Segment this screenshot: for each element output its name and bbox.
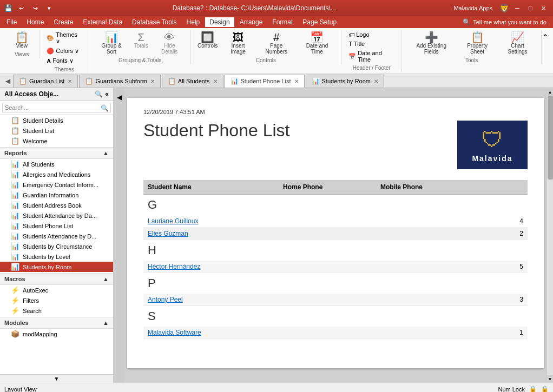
tabs-row: ◀ 📋 Guardian List ✕ 📋 Guardians Subform … bbox=[0, 74, 553, 88]
sidebar-item-welcome[interactable]: 📋 Welcome bbox=[0, 136, 113, 146]
table-row: Malavida Software 1 bbox=[143, 327, 528, 339]
menu-format[interactable]: Format bbox=[268, 17, 297, 27]
tab-student-phone-list-label: Student Phone List bbox=[241, 78, 291, 84]
sidebar-item-all-students[interactable]: 📊 All Students bbox=[0, 159, 113, 169]
sidebar-item-by-room[interactable]: 📊 Students by Room bbox=[0, 262, 113, 272]
colors-button[interactable]: 🔴 Colors ∨ bbox=[44, 46, 84, 56]
num-lock-label: Num Lock bbox=[498, 386, 525, 393]
date-time-hf-button[interactable]: 📅 Date and Time bbox=[346, 49, 397, 64]
minimize-button[interactable]: ─ bbox=[512, 3, 523, 14]
logo-button[interactable]: 🏷 Logo bbox=[346, 30, 397, 39]
sidebar-section-macros-toggle[interactable]: ▲ bbox=[103, 276, 109, 282]
sidebar-item-all-students-label: All Students bbox=[23, 161, 55, 168]
sidebar-item-mod-mapping[interactable]: 📦 modMapping bbox=[0, 329, 113, 339]
controls-button[interactable]: 🔲 Controls bbox=[195, 30, 220, 50]
insert-image-button[interactable]: 🖼 Insert Image bbox=[221, 30, 255, 56]
sidebar-search-toggle[interactable]: 🔍 bbox=[95, 90, 103, 98]
student-name-peel[interactable]: Antony Peel bbox=[148, 296, 283, 303]
sidebar-item-search[interactable]: ⚡ Search bbox=[0, 305, 113, 316]
menu-design[interactable]: Design bbox=[205, 17, 234, 27]
totals-button[interactable]: Σ Totals bbox=[130, 30, 152, 50]
sidebar: All Access Obje... 🔍 « 🔍 📋 Student Detai… bbox=[0, 88, 114, 383]
sidebar-section-macros: Macros ▲ bbox=[0, 273, 113, 285]
sidebar-item-student-list[interactable]: 📋 Student List bbox=[0, 125, 113, 136]
fonts-button[interactable]: A Fonts ∨ bbox=[44, 56, 84, 65]
quick-access-redo[interactable]: ↪ bbox=[30, 3, 41, 14]
home-phone-guilloux bbox=[283, 217, 380, 225]
mobile-phone-hernandez bbox=[380, 263, 489, 270]
view-button[interactable]: 📋 View bbox=[8, 30, 35, 50]
tab-guardians-subform[interactable]: 📋 Guardians Subform ✕ bbox=[79, 75, 160, 88]
sidebar-collapse[interactable]: « bbox=[105, 90, 109, 98]
menu-file[interactable]: File bbox=[2, 17, 21, 27]
sidebar-item-by-circumstance[interactable]: 📊 Students by Circumstance bbox=[0, 241, 113, 251]
tab-guardian-list[interactable]: 📋 Guardian List ✕ bbox=[13, 75, 78, 88]
sidebar-item-search-label: Search bbox=[23, 308, 42, 314]
quick-access-undo[interactable]: ↩ bbox=[16, 3, 27, 14]
scrollbar-down[interactable]: ▼ bbox=[547, 375, 553, 383]
tab-student-phone-list-close[interactable]: ✕ bbox=[294, 78, 299, 84]
sidebar-item-phone-list[interactable]: 📊 Student Phone List bbox=[0, 221, 113, 231]
property-sheet-button[interactable]: 📋 Property Sheet bbox=[457, 30, 497, 56]
menu-arrange[interactable]: Arrange bbox=[235, 17, 267, 27]
sidebar-item-student-details[interactable]: 📋 Student Details bbox=[0, 115, 113, 125]
ribbon-group-controls: 🔲 Controls 🖼 Insert Image # Page Numbers… bbox=[191, 30, 341, 64]
controls-icon: 🔲 bbox=[201, 32, 214, 43]
student-name-guzman[interactable]: Elies Guzman bbox=[148, 230, 283, 237]
menu-external-data[interactable]: External Data bbox=[78, 17, 127, 27]
table-row: Elies Guzman 2 bbox=[143, 228, 528, 240]
tab-all-students[interactable]: 📋 All Students ✕ bbox=[162, 75, 223, 88]
tab-students-by-room[interactable]: 📊 Students by Room ✕ bbox=[306, 75, 385, 88]
student-name-hernandez[interactable]: Héctor Hernández bbox=[148, 263, 283, 270]
chart-settings-button[interactable]: 📈 Chart Settings bbox=[498, 30, 537, 56]
themes-button[interactable]: 🎨 Themes ∨ bbox=[44, 30, 84, 46]
student-name-software[interactable]: Malavida Software bbox=[148, 329, 283, 336]
tab-guardian-list-label: Guardian List bbox=[29, 78, 64, 84]
date-time-button[interactable]: 📅 Date and Time bbox=[298, 30, 337, 56]
add-existing-fields-button[interactable]: ➕ Add Existing Fields bbox=[406, 30, 456, 56]
totals-icon: Σ bbox=[138, 32, 144, 43]
scrollbar-thumb[interactable] bbox=[548, 96, 553, 180]
menu-help[interactable]: Help bbox=[182, 17, 205, 27]
menu-create[interactable]: Create bbox=[49, 17, 77, 27]
menu-page-setup[interactable]: Page Setup bbox=[298, 17, 341, 27]
menu-database-tools[interactable]: Database Tools bbox=[128, 17, 181, 27]
tab-student-phone-list[interactable]: 📊 Student Phone List ✕ bbox=[225, 75, 305, 88]
ribbon-group-themes: 🎨 Themes ∨ 🔴 Colors ∨ A Fonts ∨ Themes bbox=[40, 30, 89, 74]
ribbon-collapse-button[interactable]: ⌃ bbox=[542, 32, 549, 43]
tab-guardian-list-close[interactable]: ✕ bbox=[68, 78, 72, 84]
page-numbers-button[interactable]: # Page Numbers bbox=[256, 30, 297, 56]
maximize-button[interactable]: □ bbox=[525, 3, 536, 14]
group-sort-button[interactable]: 📊 Group & Sort bbox=[94, 30, 129, 56]
sidebar-scroll-down[interactable]: ▼ bbox=[54, 376, 60, 382]
menu-home[interactable]: Home bbox=[22, 17, 48, 27]
tab-nav-left[interactable]: ◀ bbox=[2, 76, 13, 87]
sidebar-item-by-level[interactable]: 📊 Students by Level bbox=[0, 251, 113, 262]
tab-guardians-subform-close[interactable]: ✕ bbox=[150, 78, 155, 84]
sidebar-item-address-book-label: Student Address Book bbox=[23, 202, 82, 209]
sidebar-item-autoexec[interactable]: ⚡ AutoExec bbox=[0, 285, 113, 295]
sidebar-search-input[interactable] bbox=[2, 103, 111, 112]
sidebar-item-address-book[interactable]: 📊 Student Address Book bbox=[0, 200, 113, 210]
hide-details-button[interactable]: 👁 Hide Details bbox=[153, 30, 186, 56]
sidebar-item-allergies[interactable]: 📊 Allergies and Medications bbox=[0, 169, 113, 180]
sidebar-item-guardian-info[interactable]: 📊 Guardian Information bbox=[0, 190, 113, 200]
report-nav-left[interactable]: ◀ bbox=[117, 94, 122, 101]
tab-students-by-room-close[interactable]: ✕ bbox=[374, 78, 378, 84]
ribbon-group-grouping: 📊 Group & Sort Σ Totals 👁 Hide Details G… bbox=[89, 30, 190, 64]
title-button[interactable]: T Title bbox=[346, 39, 397, 48]
sidebar-section-modules-toggle[interactable]: ▲ bbox=[103, 320, 109, 326]
number-software: 1 bbox=[489, 329, 523, 336]
sidebar-item-attendance-da[interactable]: 📊 Student Attendance by Da... bbox=[0, 210, 113, 221]
close-button[interactable]: ✕ bbox=[538, 3, 549, 14]
student-name-guilloux[interactable]: Lauriane Guilloux bbox=[148, 217, 283, 225]
sidebar-item-emergency[interactable]: 📊 Emergency Contact Inform... bbox=[0, 180, 113, 190]
report-area[interactable]: ◀ 12/20/2019 7:43:51 AM Student Phone Li… bbox=[114, 88, 553, 383]
sidebar-item-filters[interactable]: ⚡ Filters bbox=[0, 295, 113, 305]
tab-all-students-close[interactable]: ✕ bbox=[213, 78, 218, 84]
sidebar-section-reports-toggle[interactable]: ▲ bbox=[103, 150, 109, 156]
title-bar: 💾 ↩ ↪ ▾ Database2 : Database- C:\Users\M… bbox=[0, 0, 553, 16]
scrollbar-up[interactable]: ▲ bbox=[547, 88, 553, 96]
quick-access-dropdown[interactable]: ▾ bbox=[44, 3, 55, 14]
sidebar-item-attendance-d[interactable]: 📊 Students Attendance by D... bbox=[0, 231, 113, 241]
